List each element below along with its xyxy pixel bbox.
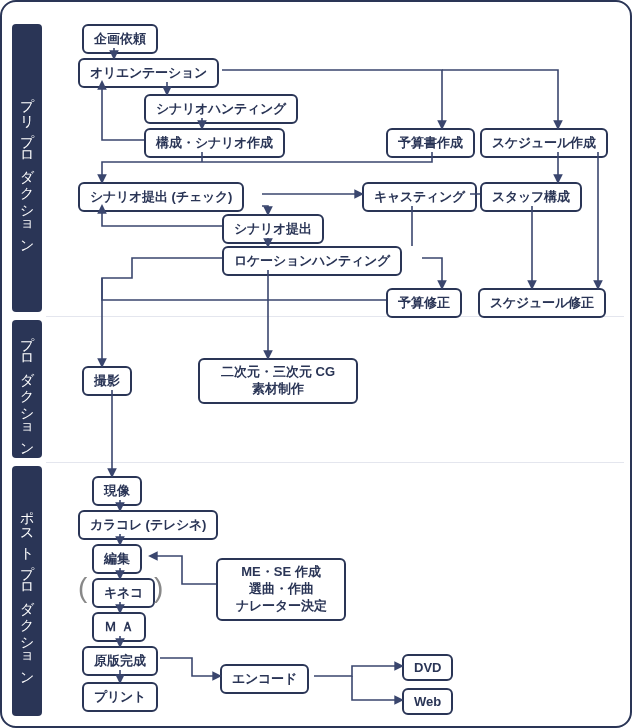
- node-orientation: オリエンテーション: [78, 58, 219, 88]
- paren-right: ): [154, 572, 163, 604]
- node-kineco: キネコ: [92, 578, 155, 608]
- node-composition-scenario: 構成・シナリオ作成: [144, 128, 285, 158]
- node-schedule: スケジュール作成: [480, 128, 608, 158]
- node-master-complete: 原版完成: [82, 646, 158, 676]
- node-casting: キャスティング: [362, 182, 477, 212]
- node-colorcorrect: カラコレ (テレシネ): [78, 510, 218, 540]
- node-location-hunting: ロケーションハンティング: [222, 246, 402, 276]
- node-scenario-hunting: シナリオハンティング: [144, 94, 298, 124]
- node-develop: 現像: [92, 476, 142, 506]
- node-budget-revise: 予算修正: [386, 288, 462, 318]
- paren-left: (: [78, 572, 87, 604]
- node-ma: Ｍ Ａ: [92, 612, 146, 642]
- divider: [46, 462, 624, 463]
- node-schedule-revise: スケジュール修正: [478, 288, 606, 318]
- node-scenario-submit-check: シナリオ提出 (チェック): [78, 182, 244, 212]
- node-web: Web: [402, 688, 453, 715]
- node-print: プリント: [82, 682, 158, 712]
- node-shoot: 撮影: [82, 366, 132, 396]
- phase-post-production: ポストプロダクション: [12, 466, 42, 716]
- node-staff: スタッフ構成: [480, 182, 582, 212]
- node-edit: 編集: [92, 544, 142, 574]
- node-scenario-submit: シナリオ提出: [222, 214, 324, 244]
- workflow-diagram: プリプロダクション プロダクション ポストプロダクション 企画依頼 オリエンテー…: [0, 0, 632, 728]
- node-audio-tasks: ME・SE 作成選曲・作曲ナレーター決定: [216, 558, 346, 621]
- phase-production: プロダクション: [12, 320, 42, 458]
- node-planning-request: 企画依頼: [82, 24, 158, 54]
- node-cg-material: 二次元・三次元 CG素材制作: [198, 358, 358, 404]
- node-budget: 予算書作成: [386, 128, 475, 158]
- phase-pre-production: プリプロダクション: [12, 24, 42, 312]
- node-dvd: DVD: [402, 654, 453, 681]
- node-encode: エンコード: [220, 664, 309, 694]
